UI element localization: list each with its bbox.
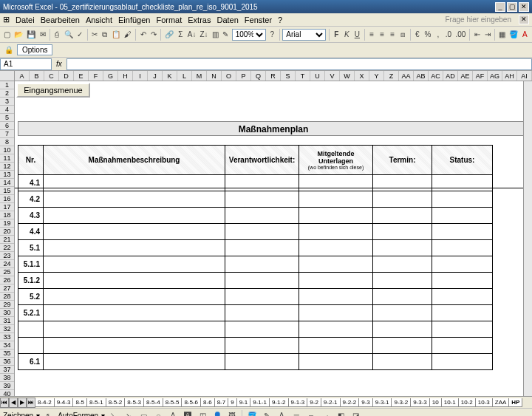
col-header[interactable]: AD xyxy=(443,71,458,81)
row-header[interactable]: 40 xyxy=(0,390,14,396)
col-header[interactable]: L xyxy=(177,71,192,81)
line-style-icon[interactable]: ═ xyxy=(290,410,302,417)
sheet-tab[interactable]: 9-3-2 xyxy=(391,398,411,407)
col-header[interactable]: O xyxy=(222,71,236,81)
plan-row[interactable]: 6.1 xyxy=(18,354,493,370)
tab-nav-next-icon[interactable]: ▶ xyxy=(18,398,27,408)
cell[interactable] xyxy=(44,191,225,208)
cell-nr[interactable] xyxy=(18,338,44,354)
sheet-tab[interactable]: 8-6 xyxy=(200,398,215,407)
inc-indent-icon[interactable]: ⇥ xyxy=(483,29,491,41)
cell[interactable] xyxy=(299,175,373,191)
font-select[interactable]: Arial xyxy=(282,29,326,41)
align-center-icon[interactable]: ≡ xyxy=(378,29,386,41)
arrow-style-icon[interactable]: → xyxy=(320,410,332,417)
zoom-select[interactable]: 100% xyxy=(232,29,266,41)
sort-asc-icon[interactable]: A↓ xyxy=(187,29,197,41)
line-color-icon[interactable]: ✎ xyxy=(261,410,273,417)
row-header[interactable]: 28 xyxy=(0,293,14,301)
cell[interactable] xyxy=(432,338,493,354)
col-header[interactable]: G xyxy=(103,71,118,81)
sheet-tab[interactable]: 9-2-2 xyxy=(340,398,360,407)
sheet-tab[interactable]: 9-3-1 xyxy=(372,398,392,407)
row-header[interactable]: 14 xyxy=(0,179,14,187)
row-header[interactable]: 20 xyxy=(0,228,14,236)
cell[interactable] xyxy=(373,240,432,256)
sheet-tab[interactable]: 8-5-6 xyxy=(181,398,201,407)
sheet-tab[interactable]: 9-4-3 xyxy=(54,398,74,407)
sheet-tab[interactable]: 9-1-2 xyxy=(269,398,289,407)
plan-row[interactable] xyxy=(18,321,493,338)
sheet-tab[interactable]: 8-7 xyxy=(214,398,229,407)
dec-indent-icon[interactable]: ⇤ xyxy=(473,29,481,41)
col-header[interactable]: Y xyxy=(369,71,384,81)
align-left-icon[interactable]: ≡ xyxy=(368,29,376,41)
cell-nr[interactable]: 6.1 xyxy=(18,354,44,370)
preview-icon[interactable]: 🔍 xyxy=(64,29,74,41)
plan-row[interactable]: 4.4 xyxy=(18,224,493,240)
draw-menu[interactable]: Zeichnen xyxy=(3,412,33,416)
cell[interactable] xyxy=(225,354,299,370)
cell[interactable] xyxy=(225,338,299,354)
cell[interactable] xyxy=(299,273,373,289)
help-icon[interactable]: ? xyxy=(268,29,276,41)
menu-data[interactable]: Daten xyxy=(216,16,238,24)
cell[interactable] xyxy=(225,175,299,191)
fill-color-icon[interactable]: 🪣 xyxy=(508,29,519,41)
redo-icon[interactable]: ↷ xyxy=(149,29,157,41)
name-box[interactable]: A1 xyxy=(0,58,52,70)
row-header[interactable]: 2 xyxy=(0,89,14,98)
plan-row[interactable]: 5.2.1 xyxy=(18,305,493,321)
sheet-tab[interactable]: 8-5 xyxy=(72,398,87,407)
sort-desc-icon[interactable]: Z↓ xyxy=(200,29,209,41)
cell-nr[interactable]: 5.1.1 xyxy=(18,256,44,273)
menu-extras[interactable]: Extras xyxy=(188,16,211,24)
sheet-tab[interactable]: 10-2 xyxy=(458,398,476,407)
link-icon[interactable]: 🔗 xyxy=(164,29,174,41)
cell[interactable] xyxy=(432,273,493,289)
row-header[interactable]: 26 xyxy=(0,276,14,284)
new-icon[interactable]: ▢ xyxy=(3,29,11,41)
row-header[interactable]: 38 xyxy=(0,374,14,382)
col-header[interactable]: W xyxy=(340,71,355,81)
cell[interactable] xyxy=(432,175,493,191)
print-icon[interactable]: ⎙ xyxy=(53,29,61,41)
security-icon[interactable]: 🔒 xyxy=(3,44,15,56)
picture-icon[interactable]: 🖼 xyxy=(226,410,238,417)
row-header[interactable]: 8 xyxy=(0,138,14,146)
cell[interactable] xyxy=(225,321,299,338)
col-header[interactable]: S xyxy=(281,71,296,81)
textbox-icon[interactable]: A xyxy=(167,410,179,417)
cell[interactable] xyxy=(432,224,493,240)
cell[interactable] xyxy=(432,289,493,305)
row-header[interactable]: 11 xyxy=(0,154,14,163)
row-header[interactable]: 31 xyxy=(0,317,14,325)
cell[interactable] xyxy=(432,321,493,338)
cell[interactable] xyxy=(373,354,432,370)
maximize-button[interactable]: ▢ xyxy=(507,2,517,12)
align-right-icon[interactable]: ≡ xyxy=(389,29,397,41)
col-header[interactable]: N xyxy=(207,71,222,81)
row-header[interactable]: 3 xyxy=(0,98,14,106)
ask-question-box[interactable]: Frage hier eingeben xyxy=(445,16,511,24)
cell[interactable] xyxy=(432,305,493,321)
row-header[interactable]: 6 xyxy=(0,122,14,130)
cell[interactable] xyxy=(373,289,432,305)
cell[interactable] xyxy=(44,224,225,240)
cell[interactable] xyxy=(44,305,225,321)
row-header[interactable]: 17 xyxy=(0,203,14,211)
row-header[interactable]: 16 xyxy=(0,195,14,203)
row-header[interactable]: 30 xyxy=(0,309,14,317)
row-header[interactable]: 35 xyxy=(0,349,14,358)
cell[interactable] xyxy=(299,354,373,370)
col-header[interactable]: I xyxy=(133,71,148,81)
currency-icon[interactable]: € xyxy=(413,29,421,41)
cell[interactable] xyxy=(225,224,299,240)
cell[interactable] xyxy=(373,191,432,208)
cell[interactable] xyxy=(373,305,432,321)
col-header[interactable]: D xyxy=(59,71,74,81)
col-header[interactable]: K xyxy=(163,71,177,81)
row-header[interactable]: 21 xyxy=(0,236,14,244)
col-header[interactable]: AA xyxy=(399,71,414,81)
cell-nr[interactable]: 4.2 xyxy=(18,191,44,208)
